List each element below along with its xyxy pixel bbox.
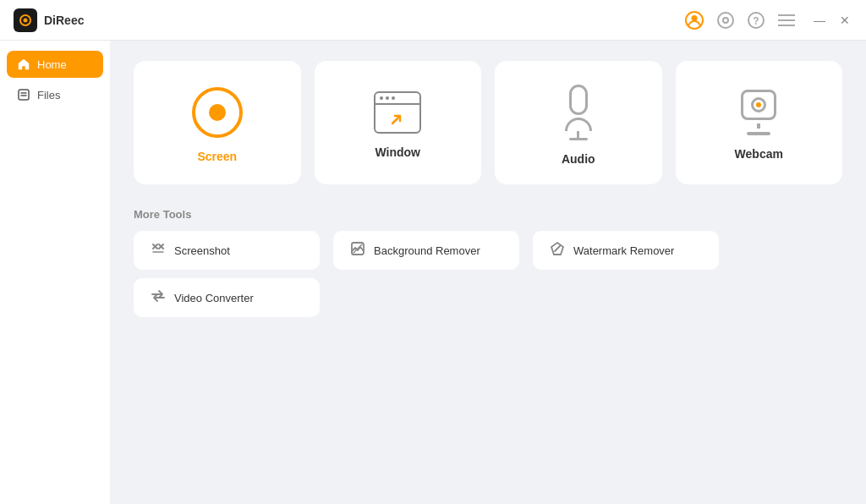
screenshot-button[interactable]: Screenshot bbox=[134, 231, 320, 270]
titlebar-left: DiReec bbox=[14, 8, 84, 32]
screen-icon bbox=[192, 87, 243, 138]
audio-icon bbox=[565, 85, 592, 140]
main-content: Screen bbox=[110, 41, 866, 504]
files-icon bbox=[17, 88, 30, 101]
user-icon[interactable] bbox=[685, 11, 704, 30]
screen-label: Screen bbox=[197, 150, 237, 163]
minimize-button[interactable]: — bbox=[812, 13, 827, 28]
watermark-remover-label: Watermark Remover bbox=[573, 244, 674, 257]
home-icon bbox=[17, 58, 30, 71]
menu-icon[interactable] bbox=[778, 14, 795, 26]
settings-icon[interactable] bbox=[717, 12, 734, 29]
svg-line-20 bbox=[555, 246, 560, 251]
watermark-remover-icon bbox=[550, 241, 565, 260]
video-converter-button[interactable]: Video Converter bbox=[134, 278, 320, 317]
screenshot-label: Screenshot bbox=[174, 244, 230, 257]
sidebar-files-label: Files bbox=[37, 89, 60, 101]
webcam-icon bbox=[741, 90, 776, 135]
more-tools-section: More Tools bbox=[134, 208, 842, 317]
app-name: DiReec bbox=[44, 14, 84, 27]
window-controls: — ✕ bbox=[812, 13, 852, 28]
background-remover-label: Background Remover bbox=[374, 244, 480, 257]
sidebar-item-home[interactable]: Home bbox=[7, 51, 103, 78]
screenshot-icon bbox=[151, 241, 166, 260]
svg-text:?: ? bbox=[753, 15, 759, 27]
window-card[interactable]: Window bbox=[315, 61, 482, 184]
svg-point-2 bbox=[718, 13, 733, 28]
recording-cards: Screen bbox=[134, 61, 842, 184]
video-converter-label: Video Converter bbox=[174, 292, 254, 304]
help-icon[interactable]: ? bbox=[748, 12, 765, 29]
svg-rect-9 bbox=[19, 90, 29, 100]
watermark-remover-button[interactable]: Watermark Remover bbox=[533, 231, 719, 270]
svg-point-1 bbox=[692, 15, 698, 21]
audio-card[interactable]: Audio bbox=[495, 61, 662, 184]
video-converter-icon bbox=[151, 288, 166, 307]
titlebar-right: ? — ✕ bbox=[685, 11, 852, 30]
window-icon bbox=[374, 91, 421, 134]
tools-grid: Screenshot Background Remover bbox=[134, 231, 842, 317]
background-remover-button[interactable]: Background Remover bbox=[333, 231, 519, 270]
webcam-card[interactable]: Webcam bbox=[676, 61, 843, 184]
app-logo-icon bbox=[19, 14, 31, 26]
tools-row-1: Screenshot Background Remover bbox=[134, 231, 842, 270]
app-logo bbox=[14, 8, 37, 32]
svg-point-3 bbox=[723, 18, 728, 23]
window-label: Window bbox=[375, 145, 420, 159]
main-layout: Home Files Screen bbox=[0, 41, 866, 504]
tools-row-2: Video Converter bbox=[134, 278, 842, 317]
screen-card[interactable]: Screen bbox=[134, 61, 301, 184]
sidebar-home-label: Home bbox=[37, 58, 67, 71]
sidebar: Home Files bbox=[0, 41, 110, 504]
titlebar: DiReec ? bbox=[0, 0, 866, 41]
screen-icon-dot bbox=[209, 104, 226, 121]
close-button[interactable]: ✕ bbox=[837, 13, 852, 28]
webcam-label: Webcam bbox=[735, 147, 783, 161]
audio-label: Audio bbox=[562, 152, 595, 166]
sidebar-item-files[interactable]: Files bbox=[7, 81, 103, 108]
background-remover-icon bbox=[350, 241, 365, 260]
more-tools-title: More Tools bbox=[134, 208, 842, 221]
